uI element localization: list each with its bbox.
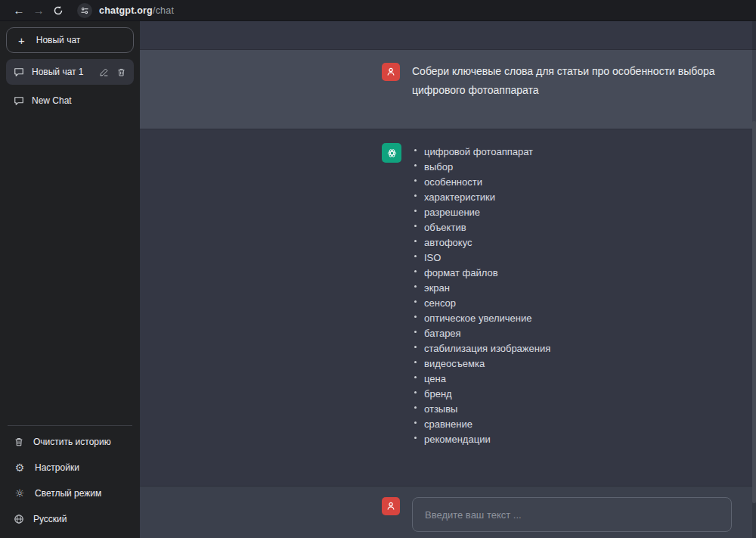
sidebar-item-light-mode[interactable]: ☼ Светлый режим	[6, 480, 134, 506]
sidebar-item-clear-history[interactable]: Очистить историю	[6, 429, 134, 455]
plus-icon: +	[18, 34, 25, 47]
chat-bubble-icon	[14, 67, 24, 77]
keyword-item: оптическое увеличение	[414, 311, 550, 326]
keyword-item: выбор	[414, 160, 550, 175]
sun-icon: ☼	[14, 487, 26, 499]
menu-label: Светлый режим	[35, 488, 101, 499]
keyword-item: автофокус	[414, 235, 550, 250]
sidebar: + Новый чат Новый чат 1	[0, 21, 140, 538]
keyword-item: бренд	[414, 387, 550, 402]
trash-icon	[14, 437, 24, 447]
forward-icon[interactable]: →	[29, 0, 48, 21]
chat-panel: Собери ключевые слова для статьи про осо…	[140, 21, 756, 538]
sidebar-item-language[interactable]: Русский	[6, 506, 134, 532]
keyword-item: характеристики	[414, 190, 550, 205]
site-settings-icon[interactable]	[77, 3, 92, 18]
sidebar-item-chat-1[interactable]: Новый чат 1	[6, 59, 134, 85]
sidebar-divider	[8, 425, 132, 426]
keyword-item: формат файлов	[414, 266, 550, 281]
user-message-row: Собери ключевые слова для статьи про осо…	[140, 50, 756, 129]
scrollbar-track[interactable]	[752, 21, 756, 538]
user-avatar	[382, 497, 400, 515]
refresh-icon[interactable]	[48, 5, 68, 16]
keyword-item: батарея	[414, 326, 550, 341]
back-icon[interactable]: ←	[9, 0, 29, 21]
keyword-item: стабилизация изображения	[414, 341, 550, 356]
sidebar-spacer	[6, 117, 134, 421]
scrollbar-thumb[interactable]	[752, 121, 756, 503]
person-icon	[386, 501, 396, 512]
edit-icon[interactable]	[99, 67, 109, 77]
keyword-item: разрешение	[414, 205, 550, 220]
message-input[interactable]	[412, 497, 732, 532]
url-host: chatgpt.org	[99, 5, 153, 16]
url-bar[interactable]: chatgpt.org/chat	[99, 5, 174, 16]
keyword-item: рекомендации	[414, 432, 550, 447]
keyword-item: видеосъемка	[414, 356, 550, 372]
browser-toolbar: ← → chatgpt.org/chat	[0, 0, 756, 21]
openai-logo-icon	[386, 147, 398, 160]
chat-top-strip	[140, 21, 756, 50]
menu-label: Русский	[33, 514, 67, 524]
keyword-item: сенсор	[414, 296, 550, 311]
chat-input-row	[140, 486, 756, 538]
globe-icon	[14, 514, 24, 524]
gear-icon: ⚙	[14, 462, 26, 474]
menu-label: Очистить историю	[33, 437, 111, 447]
person-icon	[386, 67, 396, 77]
url-path: /chat	[153, 5, 174, 16]
keyword-item: объектив	[414, 220, 550, 235]
assistant-message-row: цифровой фотоаппарат выбор особенности х…	[140, 129, 756, 486]
delete-icon[interactable]	[116, 67, 126, 77]
menu-label: Настройки	[35, 462, 79, 473]
keyword-item: цифровой фотоаппарат	[414, 145, 550, 160]
chat-title: Новый чат 1	[32, 67, 84, 77]
chat-title: New Chat	[32, 95, 72, 106]
screen: ← → chatgpt.org/chat + Новый чат	[0, 0, 756, 538]
keyword-item: ISO	[414, 250, 550, 266]
sidebar-item-chat-2[interactable]: New Chat	[6, 88, 134, 114]
keyword-item: особенности	[414, 175, 550, 190]
assistant-avatar	[382, 143, 401, 163]
keyword-item: экран	[414, 281, 550, 296]
user-message-text: Собери ключевые слова для статьи про осо…	[412, 62, 732, 100]
chat-bubble-icon	[14, 95, 24, 106]
user-avatar	[382, 63, 400, 81]
new-chat-button[interactable]: + Новый чат	[6, 27, 134, 53]
new-chat-label: Новый чат	[36, 35, 81, 45]
keyword-item: цена	[414, 372, 550, 387]
keyword-item: сравнение	[414, 417, 550, 432]
sidebar-item-settings[interactable]: ⚙ Настройки	[6, 455, 134, 480]
keyword-item: отзывы	[414, 402, 550, 417]
keyword-list: цифровой фотоаппарат выбор особенности х…	[414, 145, 550, 447]
